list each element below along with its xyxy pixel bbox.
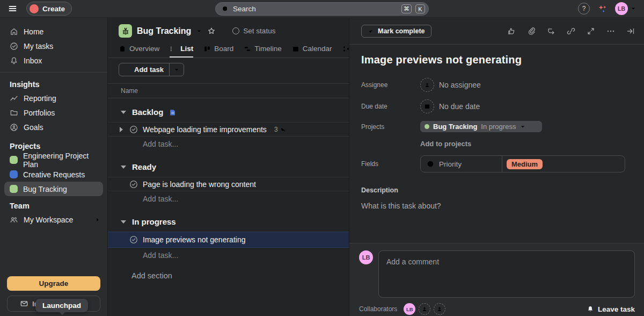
calendar-icon [424,103,430,110]
project-chip[interactable]: Bug Tracking In progress [420,121,542,132]
collapse-triangle-icon[interactable] [121,220,126,224]
project-bug-icon[interactable] [119,24,132,38]
expand-icon[interactable] [587,27,595,35]
sidebar-item-reporting[interactable]: Reporting [0,91,107,105]
sidebar-item-label: Bug Tracking [23,185,67,193]
search-bar[interactable]: ⌘ K [215,2,429,16]
chevron-down-icon[interactable] [196,28,202,34]
sidebar-item-label: Goals [24,123,43,132]
tab-calendar[interactable]: Calendar [292,45,332,58]
document-icon[interactable] [169,109,177,116]
add-task-button[interactable]: Add task [119,63,169,76]
person-circle-icon [10,123,18,132]
add-task-inline[interactable]: Add task... [108,191,349,206]
chevron-right-icon [94,217,101,223]
star-icon[interactable] [207,27,216,35]
task-row-selected[interactable]: Image previews not generating [108,232,349,248]
set-status-button[interactable]: Set status [232,27,275,35]
sidebar-item-inbox[interactable]: Inbox [0,53,107,68]
task-row[interactable]: Webpage loading time improvements 3 [108,122,349,137]
paperclip-icon[interactable] [527,27,536,35]
create-button[interactable]: Create [26,2,72,16]
remove-project-icon[interactable] [531,124,538,130]
shortcut-cmd-key: ⌘ [401,4,412,13]
due-date-value[interactable]: No due date [420,99,625,113]
plus-icon [119,272,127,279]
subtask-count: 3 [274,126,287,133]
ai-sparkles-icon[interactable] [597,4,608,14]
sidebar-project-creative[interactable]: Creative Requests [0,167,107,182]
tab-overview[interactable]: Overview [119,45,159,58]
sidebar-item-my-tasks[interactable]: My tasks [0,39,107,53]
view-tabs: Overview List Board Timeline Calendar [119,45,338,58]
add-section-button[interactable]: Add section [108,263,349,280]
comment-input[interactable]: Add a comment [378,250,635,298]
assignee-value[interactable]: No assignee [420,78,625,92]
subtask-icon[interactable] [547,27,555,35]
priority-field[interactable]: Priority [421,156,502,172]
list-toolbar: Add task [108,58,349,81]
collapse-triangle-icon[interactable] [121,166,126,169]
link-icon[interactable] [567,27,575,35]
complete-check-icon[interactable] [129,235,138,244]
description-placeholder[interactable]: What is this task about? [361,202,625,210]
sidebar: Home My tasks Inbox Insights Reporting P… [0,18,108,316]
envelope-icon [20,299,28,308]
projects-label: Projects [361,121,420,131]
sidebar-section-team: Team [0,199,107,212]
sidebar-item-portfolios[interactable]: Portfolios [0,105,107,120]
thumbs-up-icon[interactable] [507,27,516,35]
task-row[interactable]: Page is loading the wrong content [108,177,349,191]
add-task-inline[interactable]: Add task... [108,137,349,152]
expand-triangle-icon[interactable] [120,127,123,132]
add-task-dropdown[interactable] [169,63,184,76]
invite-teammates-button[interactable]: Invite teammates Launchpad [7,296,100,312]
add-project-button[interactable] [92,142,100,150]
section-header-ready[interactable]: Ready [108,152,349,177]
sidebar-item-goals[interactable]: Goals [0,120,107,134]
priority-value-cell[interactable]: Medium [502,156,625,172]
add-to-projects-link[interactable]: Add to projects [420,140,471,148]
add-insights-button[interactable] [92,81,100,88]
sidebar-item-home[interactable]: Home [0,24,107,39]
add-collaborator-button[interactable] [452,305,459,313]
project-color-swatch [10,156,18,164]
section-name: Ready [132,162,156,171]
chevron-down-icon [173,67,180,73]
chip-status[interactable]: In progress [481,123,516,131]
upgrade-button[interactable]: Upgrade [7,276,100,291]
collapse-triangle-icon[interactable] [121,111,126,114]
home-icon [10,27,18,36]
mark-complete-button[interactable]: Mark complete [361,25,431,38]
column-header-name[interactable]: Name [108,83,349,98]
add-task-split-button[interactable]: Add task [119,63,184,76]
search-input[interactable] [233,5,398,13]
section-header-in-progress[interactable]: In progress [108,206,349,232]
sidebar-item-my-workspace[interactable]: My Workspace [0,212,107,227]
task-detail-title[interactable]: Image previews not generating [361,54,625,66]
fields-label: Fields [361,160,420,168]
tab-timeline[interactable]: Timeline [244,45,282,58]
account-menu[interactable]: LB [615,2,636,15]
add-task-inline[interactable]: Add task... [108,248,349,263]
help-button[interactable]: ? [578,3,590,15]
tab-board[interactable]: Board [203,45,233,58]
tab-list[interactable]: List [170,45,193,58]
collaborator-placeholder [419,303,430,315]
complete-check-icon[interactable] [129,180,138,189]
priority-medium-pill[interactable]: Medium [507,159,543,169]
section-header-backlog[interactable]: Backlog [108,98,349,122]
more-options-icon[interactable] [606,27,615,35]
plus-icon [125,67,131,73]
hamburger-menu-icon[interactable] [8,4,18,13]
sidebar-item-label: Engineering Project Plan [23,152,101,169]
sidebar-project-engineering[interactable]: Engineering Project Plan [0,153,107,167]
sidebar-project-bug-tracking[interactable]: Bug Tracking [4,182,103,196]
chevron-down-icon[interactable] [519,124,526,130]
due-date-placeholder [420,99,434,113]
task-title: Webpage loading time improvements [143,125,267,134]
collapse-pane-icon[interactable] [626,27,635,35]
sidebar-item-label: Portfolios [24,109,55,117]
complete-check-icon[interactable] [129,125,138,134]
leave-task-button[interactable]: Leave task [587,305,635,313]
